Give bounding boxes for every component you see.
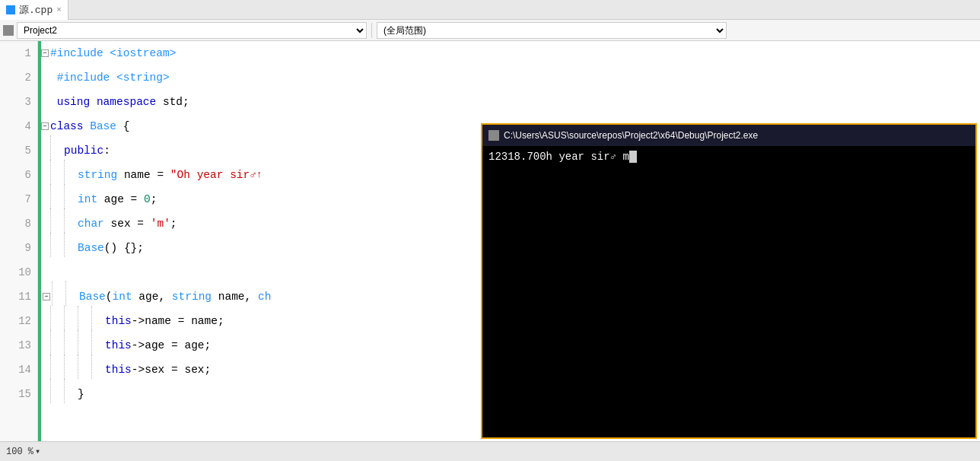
line-num-3: 3 xyxy=(0,90,37,114)
console-title: C:\Users\ASUS\source\repos\Project2\x64\… xyxy=(504,130,758,141)
code-content-3: using namespace std; xyxy=(50,90,189,114)
line-num-2: 2 xyxy=(0,65,37,90)
line-num-4: 4 xyxy=(0,114,37,138)
code-line-1: − #include <iostream> xyxy=(38,41,980,65)
line-num-14: 14 xyxy=(0,358,37,382)
console-body: 12318.700h year sir♂ m xyxy=(482,146,975,437)
code-content-11: Base(int age, string name, ch xyxy=(79,285,271,309)
green-status-bar xyxy=(38,41,41,441)
code-line-2: #include <string> xyxy=(38,65,980,90)
line-num-6: 6 xyxy=(0,163,37,187)
code-content-7: int age = 0; xyxy=(78,187,157,211)
console-window[interactable]: C:\Users\ASUS\source\repos\Project2\x64\… xyxy=(481,123,977,439)
line-num-9: 9 xyxy=(0,236,37,260)
collapse-11[interactable]: − xyxy=(43,293,50,300)
code-content-6: string name = "Oh year sir♂ xyxy=(78,163,256,187)
toolbar-project: Project2 xyxy=(3,22,367,39)
toolbar: Project2 (全局范围) xyxy=(0,20,980,41)
tab-bar: 源.cpp × xyxy=(0,0,980,20)
tab-source-cpp[interactable]: 源.cpp × xyxy=(0,0,68,20)
tab-close-button[interactable]: × xyxy=(56,5,62,14)
line-num-7: 7 xyxy=(0,187,37,211)
toolbar-scope: (全局范围) xyxy=(377,22,727,39)
status-bar: 100 % ▾ xyxy=(0,441,980,461)
code-content-2: #include <string> xyxy=(50,65,170,90)
project-selector[interactable]: Project2 xyxy=(17,22,367,39)
line-gutter: 1 2 3 4 5 6 7 8 9 10 11 12 13 14 15 xyxy=(0,41,38,441)
code-line-3: using namespace std; xyxy=(38,90,980,114)
line-num-5: 5 xyxy=(0,138,37,163)
line-num-10: 10 xyxy=(0,260,37,285)
collapse-4[interactable]: − xyxy=(41,122,49,130)
cursor-block xyxy=(629,151,637,163)
string-arrow: ↑ xyxy=(256,163,262,187)
code-content-14: this->sex = sex; xyxy=(105,358,211,382)
code-content-15: } xyxy=(78,382,84,406)
code-content-13: this->age = age; xyxy=(105,333,211,358)
code-content-12: this->name = name; xyxy=(105,309,224,333)
project-icon xyxy=(3,25,14,36)
code-content-1: #include <iostream> xyxy=(50,41,176,65)
collapse-1[interactable]: − xyxy=(41,49,49,57)
console-app-icon xyxy=(488,130,499,141)
toolbar-divider-1 xyxy=(371,23,372,38)
scope-selector[interactable]: (全局范围) xyxy=(377,22,727,39)
line-num-1: 1 xyxy=(0,41,37,65)
console-titlebar: C:\Users\ASUS\source\repos\Project2\x64\… xyxy=(482,125,975,146)
tab-file-icon xyxy=(6,5,15,14)
line-num-11: 11 xyxy=(0,285,37,309)
zoom-dropdown-arrow[interactable]: ▾ xyxy=(35,446,40,457)
line-num-13: 13 xyxy=(0,333,37,358)
console-output: 12318.700h year sir♂ m xyxy=(488,151,969,163)
console-text: 12318.700h year sir♂ m xyxy=(488,151,629,163)
zoom-level: 100 % xyxy=(6,447,33,457)
line-num-8: 8 xyxy=(0,211,37,236)
tab-filename: 源.cpp xyxy=(19,3,52,17)
code-content-9: Base() {}; xyxy=(78,236,144,260)
line-num-15: 15 xyxy=(0,382,37,406)
line-num-12: 12 xyxy=(0,309,37,333)
code-content-8: char sex = 'm'; xyxy=(78,211,177,236)
